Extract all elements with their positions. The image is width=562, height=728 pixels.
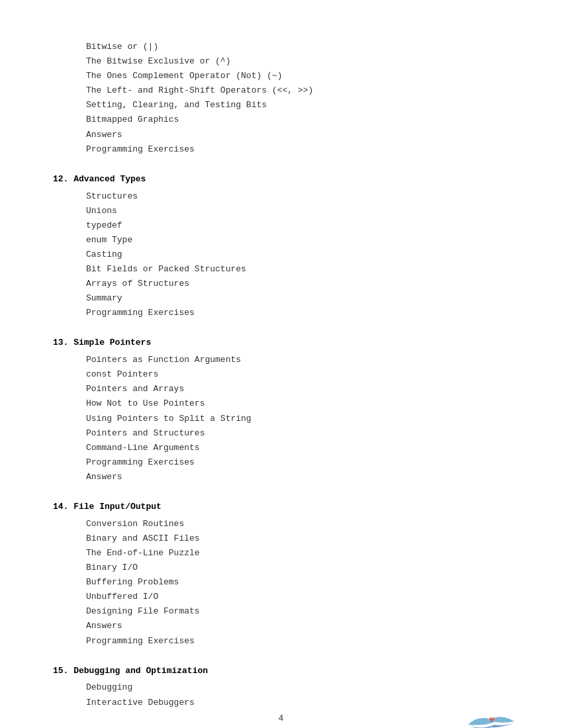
- list-item: const Pointers: [86, 367, 509, 382]
- list-item: Pointers and Arrays: [86, 382, 509, 396]
- list-item: Binary and ASCII Files: [86, 531, 509, 546]
- chapter15-section: 15. Debugging and Optimization Debugging…: [53, 664, 509, 710]
- list-item: Pointers as Function Arguments: [86, 353, 509, 367]
- list-item: Command-Line Arguments: [86, 441, 509, 455]
- list-item: The End-of-Line Puzzle: [86, 546, 509, 561]
- footer-logo: FlyHeart.com TEAM FLY PRESENTS: [447, 711, 536, 728]
- list-item: Summary: [86, 291, 509, 306]
- list-item: Unions: [86, 204, 509, 218]
- flyheart-logo-svg: [461, 711, 521, 728]
- list-item: Binary I/O: [86, 561, 509, 575]
- list-item: Casting: [86, 248, 509, 262]
- list-item: Answers: [86, 470, 509, 484]
- page: Bitwise or (|) The Bitwise Exclusive or …: [0, 0, 562, 728]
- list-item: Programming Exercises: [86, 455, 509, 470]
- chapter13-section: 13. Simple Pointers Pointers as Function…: [53, 336, 509, 484]
- list-item: Pointers and Structures: [86, 426, 509, 441]
- list-item: The Left- and Right-Shift Operators (<<,…: [86, 83, 509, 98]
- list-item: enum Type: [86, 233, 509, 248]
- list-item: Interactive Debuggers: [86, 696, 509, 710]
- list-item: Programming Exercises: [86, 634, 509, 649]
- list-item: Programming Exercises: [86, 306, 509, 320]
- content: Bitwise or (|) The Bitwise Exclusive or …: [53, 40, 509, 710]
- list-item: Structures: [86, 189, 509, 204]
- list-item: Arrays of Structures: [86, 277, 509, 291]
- chapter14-section: 14. File Input/Output Conversion Routine…: [53, 500, 509, 649]
- list-item: The Bitwise Exclusive or (^): [86, 54, 509, 69]
- chapter13-header: 13. Simple Pointers: [53, 336, 509, 350]
- list-item: The Ones Complement Operator (Not) (~): [86, 69, 509, 83]
- list-item: Bitmapped Graphics: [86, 113, 509, 127]
- list-item: Unbuffered I/O: [86, 590, 509, 604]
- list-item: Bitwise or (|): [86, 40, 509, 54]
- list-item: Buffering Problems: [86, 575, 509, 590]
- list-item: Programming Exercises: [86, 142, 509, 157]
- logo-container: FlyHeart.com TEAM FLY PRESENTS: [447, 711, 536, 728]
- chapter12-header: 12. Advanced Types: [53, 173, 509, 187]
- list-item: Designing File Formats: [86, 604, 509, 619]
- list-item: Setting, Clearing, and Testing Bits: [86, 98, 509, 113]
- list-item: How Not to Use Pointers: [86, 396, 509, 411]
- chapter14-items: Conversion Routines Binary and ASCII Fil…: [86, 517, 509, 649]
- list-item: Using Pointers to Split a String: [86, 412, 509, 426]
- chapter15-items: Debugging Interactive Debuggers: [86, 680, 509, 709]
- chapter12-items: Structures Unions typedef enum Type Cast…: [86, 189, 509, 321]
- list-item: Debugging: [86, 680, 509, 695]
- chapter14-header: 14. File Input/Output: [53, 500, 509, 514]
- chapter12-section: 12. Advanced Types Structures Unions typ…: [53, 173, 509, 321]
- list-item: Bit Fields or Packed Structures: [86, 262, 509, 277]
- list-item: typedef: [86, 218, 509, 233]
- list-item: Answers: [86, 619, 509, 633]
- list-item: Conversion Routines: [86, 517, 509, 531]
- list-item: Answers: [86, 128, 509, 142]
- chapter15-header: 15. Debugging and Optimization: [53, 664, 509, 678]
- intro-section: Bitwise or (|) The Bitwise Exclusive or …: [86, 40, 509, 157]
- chapter13-items: Pointers as Function Arguments const Poi…: [86, 353, 509, 484]
